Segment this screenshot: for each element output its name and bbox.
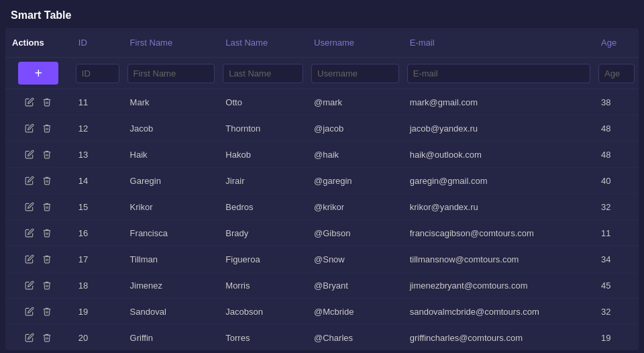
cell-age: 48 [594,115,639,142]
delete-button[interactable] [41,279,53,291]
table-row: 13 Haik Hakob @haik haik@outlook.com 48 [5,142,639,168]
delete-button[interactable] [41,305,53,317]
delete-button[interactable] [41,332,53,344]
edit-button[interactable] [23,174,36,187]
id-input[interactable] [76,64,119,83]
cell-lastname: Jirair [219,168,307,194]
cell-username: @garegin [307,168,403,194]
cell-age: 11 [594,220,639,246]
cell-username: @Bryant [307,272,403,299]
cell-username: @Charles [307,325,403,351]
username-input[interactable] [311,64,399,83]
col-header-age: Age [594,28,639,58]
cell-username: @krikor [307,194,403,220]
table-row: 11 Mark Otto @mark mark@gmail.com 38 [5,89,639,115]
cell-firstname: Garegin [123,168,219,194]
cell-email: franciscagibson@comtours.com [403,220,594,246]
edit-button[interactable] [23,96,36,108]
cell-id: 19 [72,299,123,325]
cell-age: 45 [594,272,639,299]
cell-lastname: Brady [219,220,307,246]
cell-lastname: Thornton [219,115,307,142]
cell-id: 13 [72,142,123,168]
cell-firstname: Haik [123,142,219,168]
cell-username: @Snow [307,246,403,272]
cell-email: mark@gmail.com [403,89,594,115]
cell-username: @Mcbride [307,299,403,325]
cell-age: 40 [594,168,639,194]
cell-email: sandovalmcbride@comtours.com [403,299,594,325]
cell-age: 38 [594,89,639,115]
age-input[interactable] [598,64,635,83]
cell-id: 14 [72,168,123,194]
cell-firstname: Griffin [123,325,219,351]
edit-button[interactable] [23,253,36,265]
cell-lastname: Torres [219,325,307,351]
delete-button[interactable] [41,227,53,239]
edit-button[interactable] [23,148,36,160]
cell-lastname: Otto [219,89,307,115]
cell-id: 20 [72,325,123,351]
table-row: 14 Garegin Jirair @garegin garegin@gmail… [5,168,639,194]
col-header-actions: Actions [5,28,72,58]
cell-email: jacob@yandex.ru [403,115,594,142]
lastname-input[interactable] [223,64,303,83]
cell-id: 18 [72,272,123,299]
cell-firstname: Jacob [123,115,219,142]
cell-email: tillmansnow@comtours.com [403,246,594,272]
firstname-input[interactable] [127,64,215,83]
cell-id: 17 [72,246,123,272]
delete-button[interactable] [41,253,53,265]
delete-button[interactable] [41,148,53,160]
cell-email: krikor@yandex.ru [403,194,594,220]
delete-button[interactable] [41,122,53,134]
cell-username: @Gibson [307,220,403,246]
app-title: Smart Table [0,0,644,28]
col-header-username: Username [307,28,403,58]
delete-button[interactable] [41,96,53,108]
col-header-lastname: Last Name [219,28,307,58]
cell-lastname: Bedros [219,194,307,220]
edit-button[interactable] [23,227,36,239]
edit-button[interactable] [23,201,36,213]
cell-email: garegin@gmail.com [403,168,594,194]
table-row: 12 Jacob Thornton @jacob jacob@yandex.ru… [5,115,639,142]
add-button[interactable]: + [18,62,58,85]
cell-id: 16 [72,220,123,246]
cell-username: @haik [307,142,403,168]
cell-email: haik@outlook.com [403,142,594,168]
cell-firstname: Francisca [123,220,219,246]
table-header-row: Actions ID First Name Last Name Username… [5,28,639,58]
email-input[interactable] [407,64,590,83]
col-header-id: ID [72,28,123,58]
col-header-firstname: First Name [123,28,219,58]
edit-button[interactable] [23,332,36,344]
cell-lastname: Figueroa [219,246,307,272]
cell-email: griffincharles@comtours.com [403,325,594,351]
cell-age: 19 [594,325,639,351]
cell-id: 12 [72,115,123,142]
edit-button[interactable] [23,122,36,134]
cell-firstname: Sandoval [123,299,219,325]
edit-button[interactable] [23,305,36,317]
cell-id: 11 [72,89,123,115]
table-row: 20 Griffin Torres @Charles griffincharle… [5,325,639,351]
table-row: 15 Krikor Bedros @krikor krikor@yandex.r… [5,194,639,220]
cell-age: 48 [594,142,639,168]
delete-button[interactable] [41,174,53,187]
cell-email: jimenezbryant@comtours.com [403,272,594,299]
edit-button[interactable] [23,279,36,291]
delete-button[interactable] [41,201,53,213]
cell-username: @mark [307,89,403,115]
table-row: 18 Jimenez Morris @Bryant jimenezbryant@… [5,272,639,299]
cell-lastname: Hakob [219,142,307,168]
cell-lastname: Jacobson [219,299,307,325]
smart-table: Actions ID First Name Last Name Username… [5,28,639,350]
col-header-email: E-mail [403,28,594,58]
table-row: 16 Francisca Brady @Gibson franciscagibs… [5,220,639,246]
cell-firstname: Krikor [123,194,219,220]
cell-firstname: Jimenez [123,272,219,299]
cell-firstname: Tillman [123,246,219,272]
cell-id: 15 [72,194,123,220]
cell-age: 32 [594,194,639,220]
